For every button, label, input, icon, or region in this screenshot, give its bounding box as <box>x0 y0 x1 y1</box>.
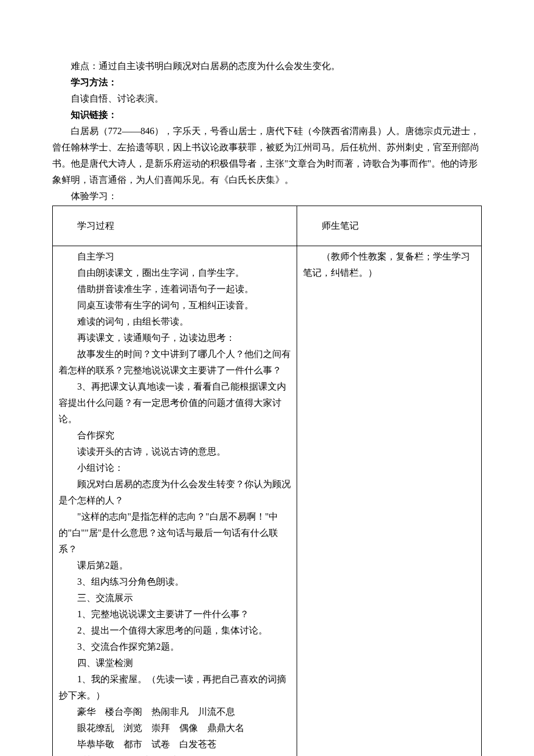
left-line: 课后第2题。 <box>59 557 291 574</box>
method-label: 学习方法： <box>52 74 482 91</box>
left-line: 毕恭毕敬 都市 试卷 白发苍苍 <box>59 736 291 753</box>
left-line: 再读课文，读通顺句子，边读边思考： <box>59 330 291 346</box>
left-line: 故事发生的时间？文中讲到了哪几个人？他们之间有着怎样的联系？完整地说说课文主要讲… <box>59 346 291 379</box>
left-line: "这样的志向"是指怎样的志向？"白居不易啊！"中的"白""居"是什么意思？这句话… <box>59 509 291 557</box>
right-note-text: （教师个性教案，复备栏；学生学习笔记，纠错栏。） <box>303 249 475 281</box>
left-line: 合作探究 <box>59 427 291 444</box>
study-table: 学习过程 师生笔记 自主学习 自由朗读课文，圈出生字词，自学生字。 借助拼音读准… <box>52 206 482 756</box>
left-line: 自主学习 <box>59 249 291 265</box>
header-cell-left: 学习过程 <box>53 206 297 246</box>
left-line: 同桌互读带有生字的词句，互相纠正读音。 <box>59 297 291 314</box>
left-line: 四、课堂检测 <box>59 655 291 671</box>
left-line: 三、交流展示 <box>59 590 291 606</box>
left-line: 3、组内练习分角色朗读。 <box>59 574 291 590</box>
difficulty-text: 通过自主读书明白顾况对白居易的态度为什么会发生变化。 <box>99 61 340 71</box>
table-body-row: 自主学习 自由朗读课文，圈出生字词，自学生字。 借助拼音读准生字，连着词语句子一… <box>53 246 482 757</box>
left-line: 3、交流合作探究第2题。 <box>59 639 291 655</box>
knowledge-link-label: 知识链接： <box>52 107 482 123</box>
document-page: 难点：通过自主读书明白顾况对白居易的态度为什么会发生变化。 学习方法： 自读自悟… <box>0 0 534 756</box>
body-cell-left: 自主学习 自由朗读课文，圈出生字词，自学生字。 借助拼音读准生字，连着词语句子一… <box>53 246 297 757</box>
left-line: 捋胡须 吟诵 大有作为 <box>59 753 291 756</box>
header-cell-right: 师生笔记 <box>297 206 482 246</box>
header-left-text: 学习过程 <box>59 218 291 234</box>
left-line: 难读的词句，由组长带读。 <box>59 314 291 330</box>
header-right-text: 师生笔记 <box>303 218 475 234</box>
body-cell-right: （教师个性教案，复备栏；学生学习笔记，纠错栏。） <box>297 246 482 757</box>
left-line: 1、完整地说说课文主要讲了一件什么事？ <box>59 606 291 622</box>
table-header-row: 学习过程 师生笔记 <box>53 206 482 246</box>
left-line: 3、再把课文认真地读一读，看看自己能根据课文内容提出什么问题？有一定思考价值的问… <box>59 379 291 427</box>
left-line: 1、我的采蜜屋。（先读一读，再把自己喜欢的词摘抄下来。） <box>59 671 291 704</box>
experience-learning-label: 体验学习： <box>52 188 482 204</box>
left-line: 2、提出一个值得大家思考的问题，集体讨论。 <box>59 622 291 639</box>
left-line: 顾况对白居易的态度为什么会发生转变？你认为顾况是个怎样的人？ <box>59 476 291 509</box>
left-line: 读读开头的古诗，说说古诗的意思。 <box>59 444 291 460</box>
left-line: 眼花缭乱 浏览 崇拜 偶像 鼎鼎大名 <box>59 720 291 736</box>
difficulty-label: 难点： <box>71 61 99 71</box>
left-line: 借助拼音读准生字，连着词语句子一起读。 <box>59 281 291 297</box>
left-line: 豪华 楼台亭阁 热闹非凡 川流不息 <box>59 704 291 720</box>
difficulty-line: 难点：通过自主读书明白顾况对白居易的态度为什么会发生变化。 <box>52 58 482 74</box>
left-line: 自由朗读课文，圈出生字词，自学生字。 <box>59 265 291 281</box>
knowledge-link-text: 白居易（772——846），字乐天，号香山居士，唐代下硅（今陕西省渭南县）人。唐… <box>52 123 482 188</box>
left-line: 小组讨论： <box>59 460 291 476</box>
method-text: 自读自悟、讨论表演。 <box>52 91 482 107</box>
